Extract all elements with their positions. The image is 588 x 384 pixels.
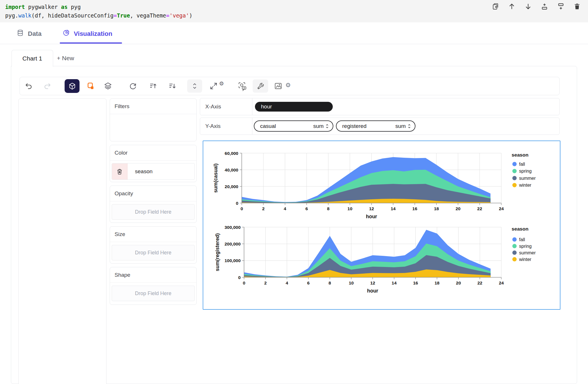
svg-text:300,000: 300,000 [225,225,241,230]
undo-button[interactable] [24,81,33,91]
opacity-label: Opacity [115,190,133,197]
svg-text:0: 0 [238,275,241,280]
color-section: Color season [110,145,197,182]
move-cell-down-icon[interactable] [524,2,532,10]
shape-drop-zone[interactable]: Drop Field Here [112,286,195,301]
color-field-pill: season [112,163,195,180]
new-chart-button[interactable]: + New [57,50,74,66]
move-cell-up-icon[interactable] [508,2,516,10]
filters-drop-area[interactable] [110,114,196,140]
svg-text:hour: hour [366,214,377,219]
geometry-mode-button[interactable] [65,79,80,93]
remove-color-field-button[interactable] [112,163,127,180]
svg-text:24: 24 [499,280,504,285]
delete-cell-icon[interactable] [573,2,581,10]
active-tab-underline [60,42,122,44]
expand-collapse-button[interactable] [187,79,202,93]
redo-button[interactable] [43,81,52,91]
casual-area-chart: 020,00040,00060,000024681012141618202224… [204,142,560,225]
duplicate-cell-icon[interactable] [491,2,499,10]
refresh-button[interactable] [128,81,138,91]
sort-descending-button[interactable] [168,81,177,91]
svg-text:4: 4 [286,280,288,285]
x-axis-label: X-Axis [205,98,221,115]
y-axis-pills: casual sum registered sum [254,120,415,132]
y-axis-field-pill-registered[interactable]: registered sum [336,120,415,132]
svg-text:22: 22 [477,206,482,211]
resize-settings-gear-icon[interactable]: ⚙ [219,80,224,87]
chevron-up-down-icon [408,124,411,129]
insert-cell-above-icon[interactable] [540,2,548,10]
svg-text:0: 0 [236,201,238,206]
svg-text:40,000: 40,000 [225,167,238,172]
color-header: Color [110,145,196,161]
svg-text:2: 2 [262,206,265,211]
aggregation-select[interactable]: sum [395,123,406,129]
svg-text:winter: winter [519,183,531,188]
opacity-placeholder: Drop Field Here [135,209,171,215]
svg-text:sum(registered): sum(registered) [214,233,220,271]
svg-text:winter: winter [519,257,531,262]
opacity-drop-zone[interactable]: Drop Field Here [112,204,195,220]
axis-row-divider [252,98,252,115]
svg-text:16: 16 [412,206,417,211]
svg-text:season: season [512,226,529,232]
svg-text:2: 2 [264,280,267,285]
y-field-name: casual [260,123,313,129]
cell-toolbar [491,2,581,10]
mark-rect-button[interactable] [86,81,95,91]
chart-canvas-container[interactable]: 020,00040,00060,000024681012141618202224… [203,141,560,310]
svg-text:summer: summer [519,250,536,255]
svg-text:sum(casual): sum(casual) [213,163,218,193]
layers-button[interactable] [103,81,113,91]
shape-placeholder: Drop Field Here [135,291,171,297]
svg-text:6: 6 [307,280,310,285]
x-axis-field-pill[interactable]: hour [255,102,333,112]
svg-text:spring: spring [519,244,532,249]
insert-cell-below-icon[interactable] [557,2,565,10]
svg-text:20: 20 [456,206,461,211]
svg-text:0: 0 [243,280,245,285]
svg-text:summer: summer [519,176,536,181]
chevron-up-down-icon [326,124,329,129]
tabs-divider [0,44,588,44]
chart-tab-active[interactable]: Chart 1 [11,50,53,67]
svg-text:10: 10 [349,280,354,285]
svg-text:8: 8 [328,280,331,285]
color-field-name[interactable]: season [127,163,152,180]
svg-text:0: 0 [241,206,243,211]
y-axis-field-pill-casual[interactable]: casual sum [254,120,333,132]
x-axis-row: X-Axis hour [200,98,560,115]
config-wrench-button[interactable] [253,79,268,93]
filters-header: Filters [110,99,196,114]
resize-chart-button[interactable] [209,81,218,91]
field-list-panel [18,98,107,384]
svg-text:6: 6 [305,206,308,211]
axis-row-divider [252,118,252,135]
svg-text:18: 18 [434,206,439,211]
x-axis-field-name: hour [261,104,272,110]
color-label: Color [115,150,127,156]
svg-text:16: 16 [413,280,418,285]
chart-tab-label: Chart 1 [22,55,42,62]
svg-text:hour: hour [367,288,378,294]
svg-text:spring: spring [519,169,532,174]
aggregation-select[interactable]: sum [313,123,324,129]
tab-data[interactable]: Data [17,29,42,38]
svg-text:60,000: 60,000 [225,151,238,156]
sort-ascending-button[interactable] [148,81,158,91]
svg-text:12: 12 [370,280,375,285]
svg-text:14: 14 [392,280,397,285]
tab-visualization[interactable]: Visualization [63,29,112,38]
svg-text:season: season [512,152,529,158]
svg-text:fall: fall [519,237,525,242]
shape-section: Shape Drop Field Here [110,267,197,305]
opacity-section: Opacity Drop Field Here [110,186,197,223]
export-image-button[interactable] [273,81,283,91]
chart-settings-gear-icon[interactable]: ⚙ [285,82,291,89]
y-axis-row: Y-Axis casual sum registered sum [200,118,560,135]
tab-data-label: Data [28,30,42,38]
svg-text:8: 8 [327,206,330,211]
focus-scan-button[interactable] [237,81,248,92]
size-drop-zone[interactable]: Drop Field Here [112,245,195,260]
